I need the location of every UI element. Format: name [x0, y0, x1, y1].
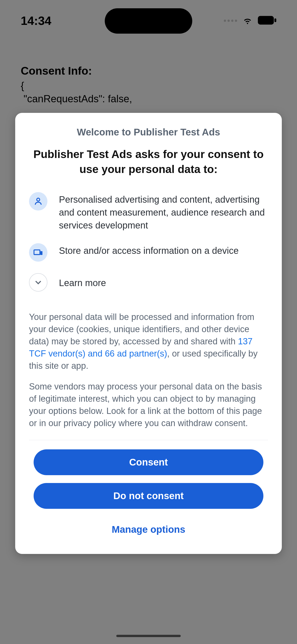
person-icon — [29, 192, 48, 210]
dialog-title: Publisher Test Ads asks for your consent… — [24, 147, 272, 177]
body-text-pre: Your personal data will be processed and… — [29, 312, 254, 346]
dialog-welcome-text: Welcome to Publisher Test Ads — [24, 127, 272, 138]
dialog-body-paragraph: Your personal data will be processed and… — [24, 311, 272, 372]
dialog-body-paragraph: Some vendors may process your personal d… — [24, 380, 272, 430]
dialog-actions: Consent Do not consent Manage options — [24, 449, 272, 542]
modal-overlay: Welcome to Publisher Test Ads Publisher … — [0, 0, 297, 644]
svg-rect-3 — [34, 250, 40, 254]
svg-rect-4 — [40, 251, 42, 255]
learn-more-toggle[interactable]: Learn more — [29, 272, 272, 292]
consent-dialog: Welcome to Publisher Test Ads Publisher … — [15, 113, 282, 554]
chevron-down-icon — [29, 273, 48, 292]
consent-button[interactable]: Consent — [34, 449, 264, 475]
home-indicator[interactable] — [116, 635, 181, 637]
purpose-item: Personalised advertising and content, ad… — [29, 191, 272, 232]
manage-options-button[interactable]: Manage options — [34, 517, 264, 542]
purpose-item: Store and/or access information on a dev… — [29, 242, 272, 262]
learn-more-label: Learn more — [59, 272, 106, 289]
svg-point-2 — [37, 198, 40, 201]
purpose-text: Store and/or access information on a dev… — [59, 242, 238, 257]
purpose-list: Personalised advertising and content, ad… — [24, 191, 272, 302]
do-not-consent-button[interactable]: Do not consent — [34, 483, 264, 509]
devices-icon — [29, 243, 48, 262]
purpose-text: Personalised advertising and content, ad… — [59, 191, 272, 232]
divider — [29, 440, 268, 440]
